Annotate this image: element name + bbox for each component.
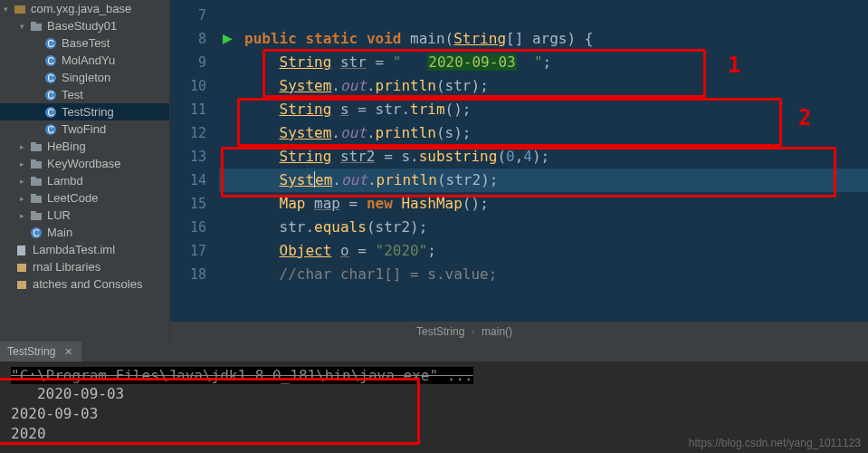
svg-rect-27 <box>17 246 25 255</box>
svg-rect-17 <box>31 161 42 169</box>
svg-rect-19 <box>31 178 42 186</box>
line-number: 15 <box>170 192 219 216</box>
tree-item-main[interactable]: CMain <box>0 224 169 241</box>
tree-item-twofind[interactable]: CTwoFind <box>0 120 169 138</box>
chevron-icon: ▸ <box>20 177 29 186</box>
scratch-icon <box>14 277 29 292</box>
tree-label: com.yxg.java_base <box>31 2 131 15</box>
tree-label: HeBing <box>47 140 86 153</box>
tree-item-hebing[interactable]: ▸HeBing <box>0 138 169 155</box>
close-icon[interactable]: ✕ <box>64 342 72 361</box>
svg-text:C: C <box>33 228 39 238</box>
tree-label: Lambd <box>47 174 83 188</box>
tree-label: LeetCode <box>47 191 98 205</box>
chevron-down-icon: ▾ <box>4 5 13 14</box>
tree-item-lambd[interactable]: ▸Lambd <box>0 172 169 189</box>
code-line[interactable] <box>219 4 868 27</box>
class-icon: C <box>43 105 58 120</box>
svg-rect-0 <box>14 5 25 14</box>
annotation-number-1: 1 <box>728 53 740 78</box>
tree-item-atches-and-consoles[interactable]: atches and Consoles <box>0 275 169 293</box>
watermark: https://blog.csdn.net/yang_1011123 <box>689 437 861 449</box>
svg-rect-29 <box>17 281 26 289</box>
svg-text:C: C <box>47 56 53 66</box>
line-number: 11 <box>170 98 219 121</box>
class-icon: C <box>43 122 58 137</box>
line-number: 9 <box>170 51 219 74</box>
code-line[interactable]: String str = " 2020-09-03 "; <box>219 51 868 74</box>
folder-icon <box>29 140 43 154</box>
tree-label: atches and Consoles <box>33 277 142 291</box>
run-tabs[interactable]: TestString ✕ <box>0 342 868 361</box>
svg-rect-15 <box>31 144 42 151</box>
svg-rect-2 <box>31 22 36 24</box>
tree-label: rnal Libraries <box>33 260 100 274</box>
console-line: 2020-09-03 <box>11 384 857 404</box>
file-icon <box>14 243 29 257</box>
class-icon: C <box>43 71 58 85</box>
code-line[interactable]: String str2 = s.substring(0,4); <box>219 145 868 169</box>
class-icon: C <box>43 36 58 51</box>
code-line[interactable]: Map map = new HashMap(); <box>219 192 868 216</box>
line-number: 8 <box>170 27 219 51</box>
line-number: 16 <box>170 216 219 239</box>
run-tab[interactable]: TestString ✕ <box>0 342 81 361</box>
tree-item-basetest[interactable]: CBaseTest <box>0 34 169 52</box>
code-line[interactable]: //char char1[] = s.value; <box>219 263 868 286</box>
tree-item-lur[interactable]: ▸LUR <box>0 207 169 224</box>
code-line[interactable]: public static void main(String[] args) { <box>219 27 868 51</box>
svg-rect-18 <box>31 159 36 162</box>
code-line[interactable]: System.out.println(s); <box>219 121 868 145</box>
package-icon <box>13 2 27 16</box>
svg-rect-16 <box>31 142 36 145</box>
class-icon: C <box>29 226 43 240</box>
svg-rect-22 <box>31 194 36 197</box>
code-line[interactable]: str.equals(str2); <box>219 216 868 239</box>
svg-text:C: C <box>47 108 53 118</box>
tree-item-leetcode[interactable]: ▸LeetCode <box>0 189 169 207</box>
svg-rect-1 <box>31 24 42 31</box>
tree-label: Test <box>62 88 83 101</box>
code-area[interactable]: 1 2 public static void main(String[] arg… <box>219 0 868 322</box>
console-line: 2020-09-03 <box>11 404 857 424</box>
annotation-number-2: 2 <box>798 105 811 130</box>
line-gutter: 789101112131415161718 <box>170 0 219 322</box>
tree-label: TwoFind <box>62 122 106 136</box>
code-line[interactable]: Object o = "2020"; <box>219 239 868 263</box>
tree-label: LambdaTest.iml <box>33 243 115 256</box>
svg-rect-23 <box>31 213 42 220</box>
tree-label: LUR <box>47 208 71 222</box>
tree-package[interactable]: ▾ com.yxg.java_base <box>0 0 169 17</box>
code-line[interactable]: System.out.println(str2); <box>219 169 868 192</box>
chevron-icon: ▸ <box>20 211 29 220</box>
line-number: 7 <box>170 4 219 27</box>
folder-icon <box>29 191 43 206</box>
editor[interactable]: ▶ 789101112131415161718 1 2 public stati… <box>170 0 868 342</box>
class-icon: C <box>43 88 58 102</box>
tree-item-teststring[interactable]: CTestString <box>0 103 169 120</box>
code-line[interactable]: System.out.println(str); <box>219 74 868 98</box>
svg-rect-21 <box>31 196 42 203</box>
svg-text:C: C <box>47 73 53 83</box>
breadcrumb-item[interactable]: TestString <box>416 325 464 338</box>
folder-icon <box>29 174 43 188</box>
svg-text:C: C <box>47 91 53 101</box>
tree-item-molandyu[interactable]: CMolAndYu <box>0 52 169 69</box>
breadcrumb[interactable]: TestString › main() <box>170 322 868 342</box>
tree-item-basestudy01[interactable]: ▾BaseStudy01 <box>0 17 169 34</box>
folder-icon <box>29 19 43 34</box>
tree-label: BaseStudy01 <box>47 19 117 33</box>
tree-item-rnal-libraries[interactable]: rnal Libraries <box>0 258 169 275</box>
console-command: "C:\Program Files\Java\jdk1.8.0_181\bin\… <box>11 367 473 384</box>
tree-label: MolAndYu <box>62 53 115 67</box>
svg-rect-28 <box>17 264 26 272</box>
tree-item-keywordbase[interactable]: ▸KeyWordbase <box>0 155 169 172</box>
class-icon: C <box>43 53 58 68</box>
tree-item-singleton[interactable]: CSingleton <box>0 69 169 86</box>
code-line[interactable]: String s = str.trim(); <box>219 98 868 121</box>
breadcrumb-item[interactable]: main() <box>482 325 512 338</box>
tree-item-lambdatest-iml[interactable]: LambdaTest.iml <box>0 241 169 258</box>
project-tree[interactable]: ▾ com.yxg.java_base ▾BaseStudy01CBaseTes… <box>0 0 170 342</box>
tree-item-test[interactable]: CTest <box>0 86 169 103</box>
tree-label: TestString <box>62 105 114 119</box>
